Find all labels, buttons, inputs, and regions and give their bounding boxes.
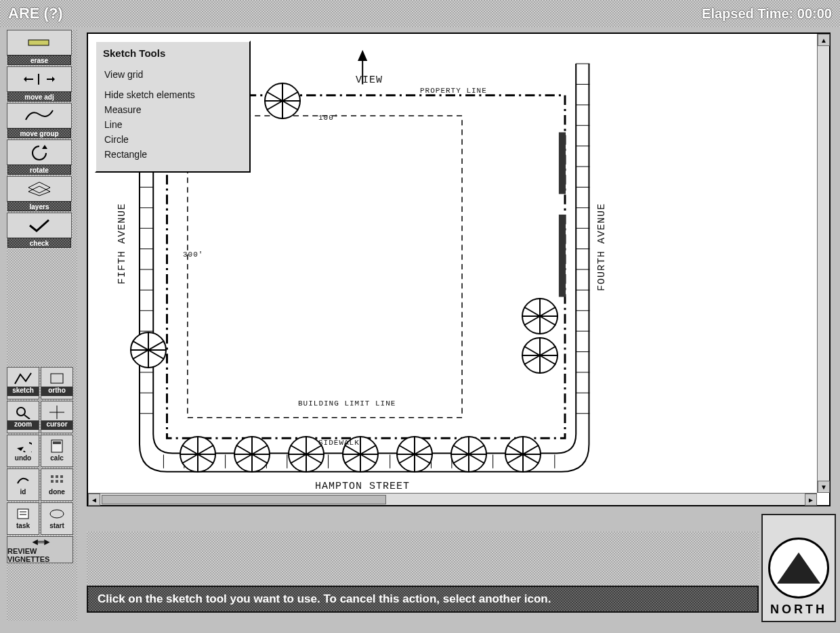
dim-300: 300' [183,250,203,259]
secondary-toolbar: sketch ortho zoom cursor undo [7,367,77,535]
check-label: check [7,238,71,248]
view-label: VIEW [356,74,383,86]
tree-symbol [130,332,167,368]
layers-label: layers [7,201,71,211]
left-toolbar: erase move adj move group rotate [7,30,77,621]
svg-rect-0 [28,40,49,45]
move-adj-button[interactable]: move adj [7,66,72,92]
svg-rect-15 [60,480,63,483]
move-group-icon [22,108,57,124]
move-adj-icon [22,72,56,87]
north-compass: NORTH [761,514,836,622]
status-bar: Click on the sketch tool you want to use… [87,586,759,613]
rotate-label: rotate [7,165,71,175]
scroll-right-icon[interactable]: ► [805,494,817,506]
ortho-icon [49,370,65,387]
menu-item-circle[interactable]: Circle [103,132,243,147]
sketch-button[interactable]: sketch [7,367,39,399]
svg-rect-79 [559,215,566,297]
scroll-up-icon[interactable]: ▲ [818,34,830,46]
svg-rect-14 [56,480,58,483]
sidewalk-label: SIDEWALK [318,439,360,447]
scroll-down-icon[interactable]: ▼ [818,481,830,493]
menu-item-measure[interactable]: Measure [103,102,243,117]
start-icon [49,506,65,522]
rotate-button[interactable]: rotate [7,139,72,165]
compass-icon [768,538,829,598]
fifth-avenue-label: FIFTH AVENUE [117,203,128,284]
menu-item-rectangle[interactable]: Rectangle [103,147,243,162]
horizontal-scrollbar[interactable]: ◄ ► [88,493,817,505]
eraser-icon [26,36,53,49]
svg-point-19 [50,510,64,518]
sketch-tools-menu: Sketch Tools View grid Hide sketch eleme… [95,41,251,173]
svg-rect-13 [51,480,54,483]
undo-button[interactable]: undo [7,435,39,467]
status-area: Click on the sketch tool you want to use… [87,531,759,613]
id-icon [15,472,31,488]
undo-icon [14,438,32,454]
ortho-button[interactable]: ortho [41,367,73,399]
move-group-label: move group [7,128,71,138]
calc-button[interactable]: calc [41,435,73,467]
menu-item-line[interactable]: Line [103,117,243,132]
review-label: REVIEW VIGNETTES [7,547,72,563]
svg-rect-3 [51,374,63,383]
svg-rect-16 [18,509,28,519]
move-group-button[interactable]: move group [7,103,72,129]
svg-rect-11 [56,475,58,478]
svg-rect-9 [53,441,61,444]
svg-marker-81 [358,50,367,61]
tree-symbol [522,298,558,334]
zoom-icon [15,404,31,420]
tree-symbol [180,436,216,473]
cursor-button[interactable]: cursor [41,401,73,433]
svg-rect-10 [51,475,54,478]
review-arrows-icon: ◄═► [30,536,50,547]
drawing-canvas[interactable]: VIEW PROPERTY LINE BUILDING LIMIT LINE S… [87,32,831,506]
start-button[interactable]: start [41,502,73,535]
svg-marker-1 [28,182,50,193]
hampton-street-label: HAMPTON STREET [315,481,410,492]
task-icon [16,506,30,522]
layers-icon [26,181,53,197]
building-limit-label: BUILDING LIMIT LINE [298,399,396,408]
rotate-icon [26,144,53,161]
layers-button[interactable]: layers [7,176,72,202]
tree-symbol [264,83,301,119]
scroll-left-icon[interactable]: ◄ [88,494,100,506]
review-vignettes-button[interactable]: ◄═► REVIEW VIGNETTES [7,536,73,563]
compass-label: NORTH [770,603,827,617]
menu-item-hide-sketch[interactable]: Hide sketch elements [103,87,243,102]
calc-icon [50,438,64,454]
svg-line-5 [24,415,30,419]
keypad-icon [49,472,64,488]
check-button[interactable]: check [7,213,72,238]
svg-rect-78 [559,132,566,194]
menu-title: Sketch Tools [103,47,243,59]
done-button[interactable]: done [41,468,73,501]
cursor-icon [49,404,64,420]
move-adj-label: move adj [7,91,71,102]
title-bar: ARE (?) Elapsed Time: 00:00 [0,0,840,27]
zoom-button[interactable]: zoom [7,401,39,433]
erase-button[interactable]: erase [7,30,72,56]
tree-symbol [450,436,487,473]
erase-label: erase [7,55,71,65]
tree-symbol [396,436,433,473]
dim-100: 100' [318,114,339,122]
id-button[interactable]: id [7,468,39,501]
fourth-avenue-label: FOURTH AVENUE [596,203,608,291]
scroll-thumb[interactable] [102,495,386,504]
elapsed-time: Elapsed Time: 00:00 [702,6,832,22]
task-button[interactable]: task [7,502,39,535]
menu-item-view-grid[interactable]: View grid [103,67,243,82]
vertical-scrollbar[interactable]: ▲ ▼ [817,34,829,493]
check-icon [27,217,51,234]
property-line-label: PROPERTY LINE [420,87,487,95]
svg-rect-12 [60,475,63,478]
tree-symbol [522,337,558,374]
sketch-icon [14,370,33,387]
tree-symbol [234,436,270,473]
tree-symbol [505,436,541,473]
